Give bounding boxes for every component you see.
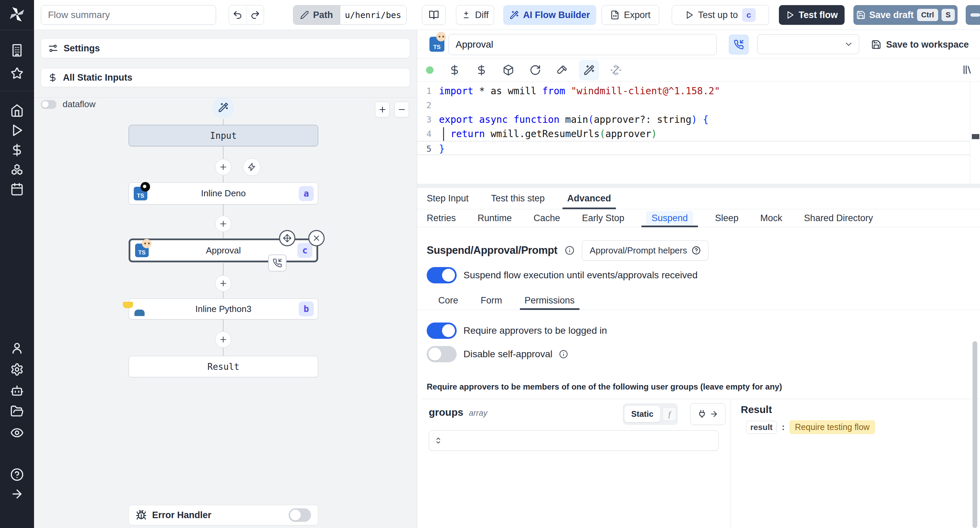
move-step-button[interactable] — [279, 230, 295, 246]
baby-emoji-icon — [142, 239, 151, 248]
code-editor[interactable]: 1 import * as wmill from "windmill-clien… — [417, 82, 980, 184]
flow-result-node[interactable]: Result — [129, 356, 318, 377]
resources-boxes-icon[interactable] — [10, 163, 24, 177]
workspace-icon[interactable] — [10, 43, 24, 57]
step-title-input[interactable] — [449, 34, 717, 55]
edge — [223, 175, 224, 182]
panel-splitter[interactable] — [417, 184, 980, 188]
path-group[interactable]: Path u/henri/bes — [293, 5, 407, 25]
ai-assistant-active-pill[interactable] — [579, 60, 599, 80]
require-login-toggle[interactable] — [427, 323, 457, 339]
typescript-icon: TS — [134, 187, 147, 200]
tab-runtime[interactable]: Runtime — [478, 209, 512, 227]
tab-advanced[interactable]: Advanced — [567, 188, 611, 209]
favorites-star-icon[interactable] — [10, 67, 24, 80]
zoom-out-button[interactable] — [395, 102, 409, 118]
editor-scrollbar-thumb[interactable] — [972, 134, 979, 139]
tab-cache[interactable]: Cache — [533, 209, 560, 227]
flow-settings-row[interactable]: Settings — [41, 38, 410, 58]
add-step-button[interactable] — [215, 331, 231, 348]
resources-dollar-icon[interactable] — [476, 64, 487, 76]
undo-button[interactable] — [229, 5, 247, 24]
approval-prompt-helpers-button[interactable]: Approval/Prompt helpers — [582, 240, 708, 261]
function-segment[interactable]: f — [662, 407, 676, 421]
diff-button[interactable]: Diff — [456, 5, 494, 25]
redo-button[interactable] — [247, 5, 264, 24]
ai-off-icon[interactable] — [610, 64, 622, 76]
add-trigger-button[interactable] — [243, 158, 261, 176]
ai-flow-builder-button[interactable]: AI Flow Builder — [503, 5, 596, 25]
chevrons-up-down-icon — [434, 436, 443, 445]
expand-sidebar-icon[interactable] — [10, 487, 24, 501]
format-brush-icon[interactable] — [556, 64, 568, 76]
top-toolbar: Path u/henri/bes Diff AI Flow Builder Ex… — [34, 0, 980, 30]
save-draft-button[interactable]: Save draft Ctrl S — [853, 5, 958, 25]
result-key-chip[interactable]: result — [746, 421, 777, 434]
error-handler-row[interactable]: Error Handler — [129, 505, 318, 525]
save-to-workspace-button[interactable]: Save to workspace — [871, 35, 969, 54]
delete-step-button[interactable] — [308, 230, 325, 246]
disable-self-approval-label: Disable self-approval — [463, 349, 552, 359]
variables-dollar-icon[interactable] — [449, 64, 460, 76]
help-icon[interactable] — [10, 468, 24, 481]
info-icon[interactable] — [565, 246, 574, 255]
package-icon[interactable] — [503, 64, 514, 76]
connect-input-button[interactable] — [690, 403, 725, 425]
tab-form[interactable]: Form — [481, 291, 502, 310]
flow-summary-input[interactable] — [41, 5, 216, 25]
tab-shared-directory[interactable]: Shared Directory — [804, 209, 873, 227]
tab-permissions[interactable]: Permissions — [525, 291, 575, 310]
workers-bot-icon[interactable] — [10, 384, 24, 398]
inline-deno-node[interactable]: TS Inline Deno a — [129, 182, 318, 204]
help-circle-icon — [692, 246, 701, 255]
info-icon[interactable] — [559, 350, 568, 359]
reload-icon[interactable] — [530, 64, 541, 76]
suspend-phone-badge[interactable] — [268, 254, 286, 272]
tab-core[interactable]: Core — [438, 291, 458, 310]
home-icon[interactable] — [10, 104, 24, 118]
tab-test-this-step[interactable]: Test this step — [491, 188, 545, 209]
step-tabs: Step Input Test this step Advanced — [417, 188, 980, 209]
add-step-button[interactable] — [215, 216, 231, 232]
folders-icon[interactable] — [10, 404, 24, 418]
tab-retries[interactable]: Retries — [427, 209, 456, 227]
play-icon — [786, 11, 795, 19]
export-button[interactable]: Export — [601, 5, 659, 25]
test-up-to-label: Test up to — [698, 10, 738, 21]
disable-self-approval-toggle[interactable] — [427, 346, 457, 362]
all-static-inputs-row[interactable]: All Static Inputs — [41, 68, 410, 87]
variables-dollar-icon[interactable] — [10, 143, 24, 157]
zoom-in-button[interactable] — [375, 102, 390, 118]
error-handler-toggle[interactable] — [288, 508, 311, 522]
windmill-logo-icon[interactable] — [8, 5, 27, 24]
tab-step-input[interactable]: Step Input — [427, 188, 469, 209]
test-up-to-button[interactable]: Test up to c — [672, 5, 769, 25]
users-icon[interactable] — [10, 341, 24, 355]
dataflow-toggle[interactable] — [41, 100, 56, 109]
ai-step-wand-button[interactable] — [212, 97, 234, 118]
groups-array-input[interactable] — [429, 430, 719, 451]
suspend-indicator-button[interactable] — [729, 35, 749, 54]
flow-input-node[interactable]: Input — [129, 125, 318, 146]
static-segment[interactable]: Static — [624, 406, 660, 422]
docs-button[interactable] — [422, 5, 446, 25]
audit-eye-icon[interactable] — [10, 426, 24, 439]
add-step-button[interactable] — [215, 159, 231, 175]
tab-mock[interactable]: Mock — [760, 209, 782, 227]
tab-early-stop[interactable]: Early Stop — [582, 209, 624, 227]
inline-python-node[interactable]: Inline Python3 b — [129, 298, 318, 320]
add-step-button[interactable] — [215, 275, 231, 291]
test-flow-button[interactable]: Test flow — [779, 5, 845, 25]
approval-node-selected[interactable]: TS Approval c — [129, 239, 318, 262]
schedules-calendar-icon[interactable] — [10, 182, 24, 196]
deploy-button-partial[interactable] — [966, 5, 980, 25]
suspend-enable-toggle[interactable] — [427, 267, 457, 283]
tab-suspend[interactable]: Suspend — [646, 209, 694, 227]
deno-icon — [140, 182, 150, 192]
runs-play-icon[interactable] — [10, 124, 24, 137]
settings-gear-icon[interactable] — [10, 363, 24, 376]
script-version-select[interactable] — [757, 34, 859, 54]
library-icon[interactable] — [962, 64, 973, 76]
panel-scrollbar-thumb[interactable] — [972, 341, 977, 528]
tab-sleep[interactable]: Sleep — [715, 209, 738, 227]
